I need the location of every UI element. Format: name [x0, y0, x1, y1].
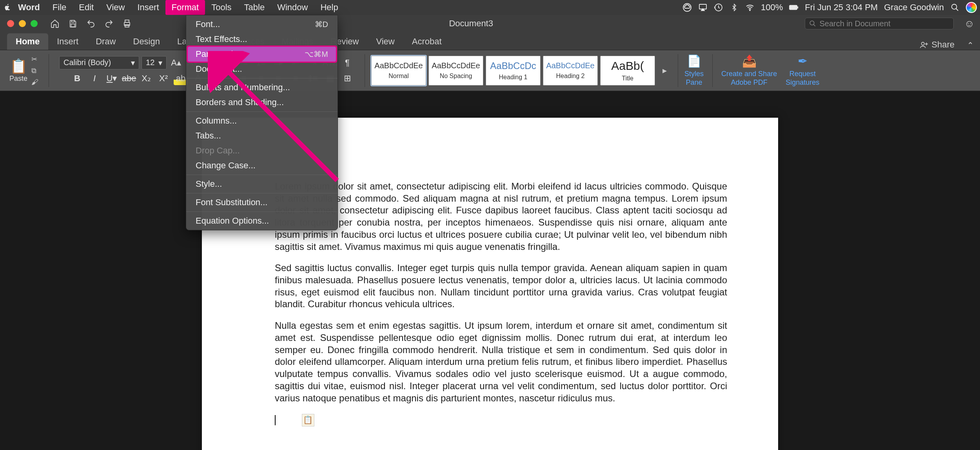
svg-point-12: [810, 21, 815, 25]
svg-point-3: [750, 10, 750, 11]
menu-item-change-case[interactable]: Change Case...: [186, 158, 338, 173]
menu-item-font-substitution[interactable]: Font Substitution...: [186, 195, 338, 210]
menu-view[interactable]: View: [100, 0, 131, 15]
ribbon-tabs: Home Insert Draw Design Layout Reference…: [0, 32, 980, 50]
ribbon-collapse-icon[interactable]: ⌃: [961, 40, 980, 50]
paragraph-1: Lorem ipsum dolor sit amet, consectetur …: [275, 181, 727, 252]
menu-tools[interactable]: Tools: [205, 0, 238, 15]
svg-rect-11: [125, 25, 129, 27]
print-icon[interactable]: [122, 18, 132, 29]
styles-gallery: AaBbCcDdEeNormal AaBbCcDdEeNo Spacing Aa…: [371, 56, 671, 86]
macos-menubar: Word File Edit View Insert Format Tools …: [0, 0, 980, 15]
datetime[interactable]: Fri Jun 25 3:04 PM: [805, 2, 878, 13]
zoom-window-button[interactable]: [31, 20, 38, 27]
paste-label: Paste: [9, 75, 27, 83]
menu-format[interactable]: Format: [165, 0, 205, 15]
svg-rect-5: [797, 6, 798, 9]
spotlight-icon[interactable]: [950, 3, 960, 12]
paragraph-2: Sed sagittis luctus convallis. Integer e…: [275, 262, 727, 309]
svg-rect-7: [71, 20, 74, 22]
tab-view[interactable]: View: [367, 33, 403, 50]
close-window-button[interactable]: [7, 20, 14, 27]
menu-item-paragraph[interactable]: Paragraph...⌥⌘M: [188, 47, 336, 62]
tab-draw[interactable]: Draw: [87, 33, 124, 50]
show-marks-button[interactable]: ¶: [340, 56, 354, 69]
menu-item-equation-options[interactable]: Equation Options...: [186, 213, 338, 228]
paste-options-icon[interactable]: 📋: [302, 414, 314, 426]
borders-button[interactable]: ⊞: [340, 72, 354, 85]
share-button[interactable]: Share: [913, 40, 961, 50]
svg-rect-10: [125, 20, 129, 22]
save-icon[interactable]: [67, 18, 78, 29]
italic-button[interactable]: I: [87, 72, 102, 85]
styles-pane-icon: 📄: [687, 54, 701, 68]
text-cursor: [275, 415, 276, 425]
siri-icon[interactable]: [966, 2, 977, 13]
request-signatures-button[interactable]: ✒ Request Signatures: [786, 54, 819, 87]
bold-button[interactable]: B: [70, 72, 84, 85]
font-size-combo[interactable]: 12▾: [142, 56, 167, 69]
svg-point-6: [952, 4, 957, 9]
cut-icon[interactable]: ✂: [31, 55, 38, 64]
redo-icon[interactable]: [103, 18, 114, 29]
menubar-status: 100% Fri Jun 25 3:04 PM Grace Goodwin: [682, 2, 977, 13]
tab-home[interactable]: Home: [7, 33, 48, 50]
format-painter-icon[interactable]: 🖌: [31, 78, 38, 86]
menu-item-borders-shading[interactable]: Borders and Shading...: [186, 95, 338, 110]
svg-rect-4: [789, 5, 797, 9]
tab-design[interactable]: Design: [125, 33, 169, 50]
menu-item-tabs[interactable]: Tabs...: [186, 128, 338, 143]
user-name[interactable]: Grace Goodwin: [884, 2, 944, 13]
menu-edit[interactable]: Edit: [73, 0, 100, 15]
menu-item-font[interactable]: Font...⌘D: [186, 17, 338, 32]
menu-item-style[interactable]: Style...: [186, 177, 338, 191]
time-machine-icon[interactable]: [714, 3, 723, 12]
subscript-button[interactable]: X₂: [139, 72, 153, 85]
style-no-spacing[interactable]: AaBbCcDdEeNo Spacing: [428, 56, 483, 86]
tab-acrobat[interactable]: Acrobat: [403, 33, 450, 50]
menu-insert[interactable]: Insert: [131, 0, 165, 15]
styles-pane-button[interactable]: 📄 Styles Pane: [684, 54, 704, 87]
font-name-combo[interactable]: Calibri (Body)▾: [59, 56, 139, 69]
wifi-icon[interactable]: [745, 3, 755, 12]
superscript-button[interactable]: X²: [156, 72, 171, 85]
search-placeholder: Search in Document: [819, 19, 890, 28]
home-icon[interactable]: [49, 18, 60, 29]
battery-icon[interactable]: [789, 3, 799, 12]
strikethrough-button[interactable]: abe: [122, 72, 136, 85]
style-normal[interactable]: AaBbCcDdEeNormal: [371, 56, 426, 86]
document-canvas[interactable]: Lorem ipsum dolor sit amet, consectetur …: [0, 91, 980, 450]
underline-button[interactable]: U▾: [105, 72, 119, 85]
menu-item-columns[interactable]: Columns...: [186, 113, 338, 128]
undo-icon[interactable]: [85, 18, 96, 29]
airplay-icon[interactable]: [698, 3, 708, 12]
feedback-icon[interactable]: ☺: [958, 18, 980, 30]
copy-icon[interactable]: ⧉: [31, 67, 38, 75]
app-name[interactable]: Word: [12, 2, 46, 13]
svg-rect-8: [71, 24, 74, 27]
menu-help[interactable]: Help: [314, 0, 344, 15]
style-heading-1[interactable]: AaBbCcDcHeading 1: [486, 56, 541, 86]
window-titlebar: Document3 Search in Document ☺: [0, 15, 980, 32]
menu-item-text-effects[interactable]: Text Effects...: [186, 32, 338, 47]
search-in-document[interactable]: Search in Document: [805, 18, 954, 29]
menu-window[interactable]: Window: [271, 0, 314, 15]
apple-menu-icon[interactable]: [3, 3, 12, 12]
format-menu-dropdown: Font...⌘D Text Effects... Paragraph...⌥⌘…: [186, 15, 338, 230]
menu-table[interactable]: Table: [238, 0, 271, 15]
menu-item-bullets-numbering[interactable]: Bullets and Numbering...: [186, 80, 338, 95]
style-title[interactable]: AaBb(Title: [600, 56, 655, 86]
grow-font-icon[interactable]: A▴: [169, 56, 183, 69]
creative-cloud-icon[interactable]: [682, 3, 692, 12]
menu-item-document[interactable]: Document...: [186, 62, 338, 77]
styles-more-icon[interactable]: ▸: [657, 64, 671, 77]
paste-icon[interactable]: 📋: [10, 58, 27, 75]
battery-percent: 100%: [761, 2, 783, 13]
create-share-pdf-button[interactable]: 📤 Create and Share Adobe PDF: [721, 54, 777, 87]
menu-item-drop-cap: Drop Cap...: [186, 143, 338, 158]
bluetooth-icon[interactable]: [730, 3, 739, 12]
tab-insert[interactable]: Insert: [48, 33, 87, 50]
menu-file[interactable]: File: [46, 0, 73, 15]
style-heading-2[interactable]: AaBbCcDdEeHeading 2: [543, 56, 598, 86]
minimize-window-button[interactable]: [19, 20, 26, 27]
